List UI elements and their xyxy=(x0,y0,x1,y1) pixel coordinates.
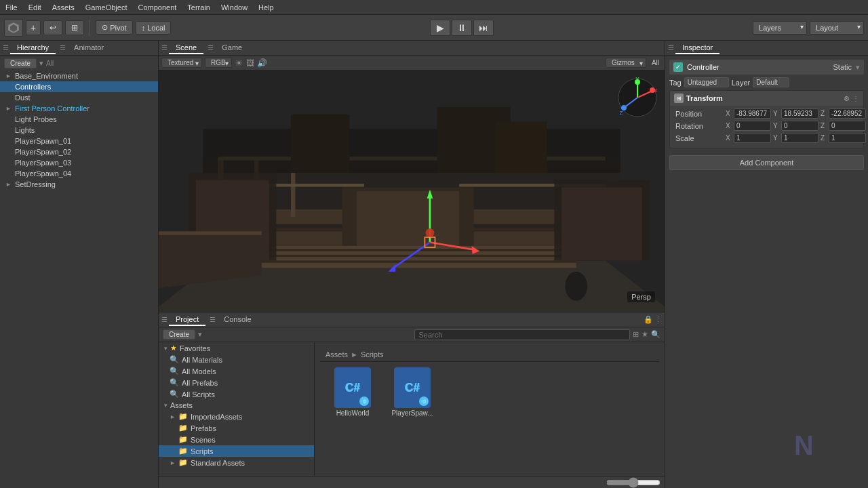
undo-btn[interactable]: ↩ xyxy=(43,20,62,35)
h-item-playerspawn01[interactable]: PlayerSpawn_01 xyxy=(0,136,158,146)
layers-dropdown[interactable]: Layers xyxy=(753,21,807,35)
tree-assets[interactable]: ▾ Assets xyxy=(159,400,314,411)
transform-enabled-icon[interactable]: ⊞ xyxy=(674,94,684,103)
scale-x-input[interactable] xyxy=(734,133,771,143)
add-component-btn[interactable]: Add Component xyxy=(669,155,864,170)
h-item-dust[interactable]: Dust xyxy=(0,92,158,103)
menu-assets[interactable]: Assets xyxy=(47,2,80,13)
scale-row: Scale X Y Z xyxy=(675,133,858,143)
zoom-slider[interactable] xyxy=(606,477,660,488)
ry-axis-label: Y xyxy=(773,122,780,129)
h-item-playerspawn02[interactable]: PlayerSpawn_02 xyxy=(0,146,158,157)
menu-file[interactable]: File xyxy=(0,2,23,13)
grid-btn[interactable]: ⊞ xyxy=(65,20,84,35)
tab-hierarchy[interactable]: Hierarchy xyxy=(10,42,56,54)
h-item-setdressing[interactable]: ► SetDressing xyxy=(0,179,158,190)
scale-y-input[interactable] xyxy=(781,133,818,143)
rotation-row: Rotation X Y Z xyxy=(675,121,858,131)
menu-component[interactable]: Component xyxy=(132,2,182,13)
svg-point-39 xyxy=(425,228,434,237)
tree-importedassets[interactable]: ► 📁 ImportedAssets xyxy=(159,411,314,422)
breadcrumb-scripts[interactable]: Scripts xyxy=(361,350,384,359)
tab-game[interactable]: Game xyxy=(215,42,249,54)
position-row: Position X Y Z xyxy=(675,108,858,119)
project-search-icon2[interactable]: 🔍 xyxy=(651,330,660,339)
pause-btn[interactable]: ⏸ xyxy=(452,20,472,36)
tree-all-materials[interactable]: 🔍 All Materials xyxy=(159,354,314,365)
tab-inspector[interactable]: Inspector xyxy=(675,42,719,54)
tab-animator[interactable]: Animator xyxy=(67,42,111,54)
tag-dropdown[interactable]: Untagged xyxy=(684,77,729,87)
tab-scene[interactable]: Scene xyxy=(169,42,203,54)
transform-settings-icon[interactable]: ⚙ xyxy=(844,95,850,102)
tab-project[interactable]: Project xyxy=(169,314,205,326)
gizmos-dropdown[interactable]: Gizmos xyxy=(606,58,646,68)
tree-scripts[interactable]: 📁 Scripts xyxy=(159,445,314,457)
h-item-playerspawn03[interactable]: PlayerSpawn_03 xyxy=(0,157,158,168)
project-create-btn[interactable]: Create xyxy=(163,329,195,340)
persp-label: Persp xyxy=(627,291,655,302)
textured-dropdown[interactable]: Textured xyxy=(161,58,202,68)
tree-prefabs[interactable]: 📁 Prefabs xyxy=(159,422,314,434)
audio-icon[interactable]: 🔊 xyxy=(257,58,267,68)
layer-dropdown[interactable]: Default xyxy=(753,77,789,87)
file-helloworld[interactable]: C# ⚙ HelloWorld xyxy=(326,367,380,417)
file-playerspawn-label: PlayerSpaw... xyxy=(391,409,433,417)
tree-scenes[interactable]: 📁 Scenes xyxy=(159,434,314,445)
menu-terrain[interactable]: Terrain xyxy=(182,2,216,13)
layout-dropdown[interactable]: Layout xyxy=(810,21,864,35)
local-icon: ↕ xyxy=(142,24,146,32)
project-layout-icon[interactable]: ⊞ xyxy=(633,330,639,339)
pos-z-input[interactable] xyxy=(829,108,866,119)
hierarchy-menu-icon: ☰ xyxy=(3,44,9,52)
project-options-icon[interactable]: ⋮ xyxy=(654,315,662,324)
scene-canvas[interactable]: Y X Z Persp xyxy=(159,70,665,312)
menu-gameobject[interactable]: GameObject xyxy=(80,2,133,13)
static-dropdown-arrow[interactable]: ▾ xyxy=(856,63,860,72)
menu-help[interactable]: Help xyxy=(253,2,279,13)
game-menu-icon: ☰ xyxy=(208,44,214,52)
project-star-icon[interactable]: ★ xyxy=(642,330,648,339)
h-item-first-person[interactable]: ► First Person Controller xyxy=(0,103,158,114)
pos-y-input[interactable] xyxy=(781,108,818,119)
h-item-playerspawn04[interactable]: PlayerSpawn_04 xyxy=(0,168,158,179)
importedassets-arrow: ► xyxy=(170,413,176,420)
tree-favorites[interactable]: ▾ ★ Favorites xyxy=(159,342,314,354)
h-item-light-probes[interactable]: Light Probes xyxy=(0,114,158,125)
breadcrumb-assets[interactable]: Assets xyxy=(326,350,348,359)
project-lock-icon[interactable]: 🔒 xyxy=(644,315,653,324)
tree-all-scripts[interactable]: 🔍 All Scripts xyxy=(159,388,314,400)
tree-standard-assets[interactable]: ► 📁 Standard Assets xyxy=(159,457,314,468)
transform-expand-icon[interactable]: ⋮ xyxy=(852,95,859,102)
scale-z-input[interactable] xyxy=(829,133,866,143)
add-object-btn[interactable]: + xyxy=(26,20,41,35)
h-item-controllers[interactable]: Controllers xyxy=(0,81,158,92)
play-btn[interactable]: ▶ xyxy=(430,20,450,36)
h-item-base-environment[interactable]: ► Base_Environment xyxy=(0,70,158,81)
menu-window[interactable]: Window xyxy=(216,2,253,13)
local-btn[interactable]: ↕ Local xyxy=(136,21,172,35)
pos-x-input[interactable] xyxy=(734,108,771,119)
step-btn[interactable]: ⏭ xyxy=(473,20,494,36)
h-item-lights[interactable]: Lights xyxy=(0,125,158,136)
rot-x-input[interactable] xyxy=(734,121,771,131)
assets-collapse-icon: ▾ xyxy=(164,402,167,409)
object-enabled-checkbox[interactable]: ✓ xyxy=(673,62,683,72)
tab-console[interactable]: Console xyxy=(217,314,258,326)
pivot-btn[interactable]: ⊙ Pivot xyxy=(96,20,132,35)
sun-icon[interactable]: ☀ xyxy=(235,58,243,68)
rot-y-input[interactable] xyxy=(781,121,818,131)
svg-text:Y: Y xyxy=(635,77,639,82)
rgb-dropdown[interactable]: RGB xyxy=(205,58,232,68)
project-search-input[interactable] xyxy=(414,329,631,340)
rot-z-input[interactable] xyxy=(829,121,866,131)
tree-all-models[interactable]: 🔍 All Models xyxy=(159,365,314,377)
scene-all-label: All xyxy=(649,59,662,66)
unity-icon-btn[interactable] xyxy=(4,19,23,37)
image-icon[interactable]: 🖼 xyxy=(246,58,254,68)
hierarchy-create-btn[interactable]: Create xyxy=(4,58,37,68)
file-playerspawn[interactable]: C# ⚙ PlayerSpaw... xyxy=(385,367,439,417)
playback-controls: ▶ ⏸ ⏭ xyxy=(430,20,494,36)
menu-edit[interactable]: Edit xyxy=(23,2,47,13)
tree-all-prefabs[interactable]: 🔍 All Prefabs xyxy=(159,377,314,388)
